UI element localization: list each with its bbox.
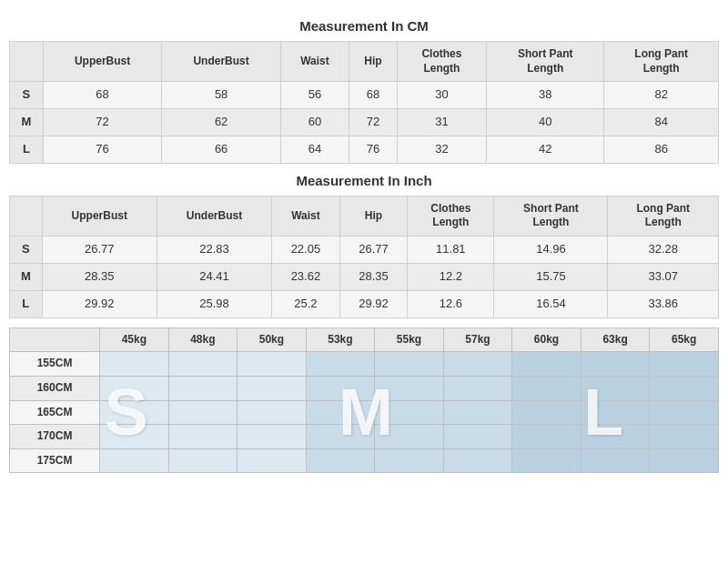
sg-cell bbox=[512, 400, 581, 425]
sg-cell bbox=[375, 376, 444, 400]
sg-cell bbox=[581, 376, 650, 400]
cm-table: UpperBustUnderBustWaistHipClothes Length… bbox=[9, 41, 719, 164]
cm-cell: 68 bbox=[349, 82, 398, 109]
inch-row-label: S bbox=[10, 237, 43, 264]
sg-body: 155CM160CM165CM170CM175CM bbox=[10, 352, 719, 473]
inch-col-header: UnderBust bbox=[157, 196, 271, 236]
cm-row: S68585668303882 bbox=[10, 82, 719, 109]
cm-section: Measurement In CM UpperBustUnderBustWais… bbox=[9, 18, 719, 164]
sg-col-header: 45kg bbox=[100, 327, 169, 352]
sg-col-header: 48kg bbox=[168, 327, 238, 352]
inch-table: UpperBustUnderBustWaistHipClothes Length… bbox=[9, 196, 719, 318]
cm-cell: 32 bbox=[397, 136, 486, 163]
cm-cell: 64 bbox=[280, 136, 349, 163]
sg-cell bbox=[650, 400, 719, 425]
inch-col-header bbox=[10, 196, 43, 236]
sg-cell bbox=[100, 376, 169, 400]
sg-row-label: 165CM bbox=[10, 400, 100, 425]
sg-cell bbox=[238, 448, 307, 473]
cm-cell: 86 bbox=[604, 136, 719, 163]
inch-cell: 26.77 bbox=[339, 237, 408, 264]
sg-cell bbox=[443, 352, 512, 377]
cm-cell: 31 bbox=[397, 109, 486, 136]
sg-cell bbox=[581, 448, 650, 473]
sg-row: 165CM bbox=[10, 400, 719, 425]
sg-cell bbox=[512, 448, 581, 473]
sg-col-header: 50kg bbox=[238, 327, 307, 352]
sg-header-row: 45kg48kg50kg53kg55kg57kg60kg63kg65kg bbox=[10, 327, 719, 352]
inch-col-header: UpperBust bbox=[42, 196, 157, 236]
cm-cell: 56 bbox=[280, 82, 349, 109]
sg-col-header: 65kg bbox=[650, 327, 719, 352]
sg-col-header: 57kg bbox=[443, 327, 512, 352]
inch-cell: 32.28 bbox=[608, 237, 719, 264]
sg-cell bbox=[238, 352, 307, 377]
inch-cell: 33.86 bbox=[608, 290, 719, 317]
sg-row: 160CM bbox=[10, 376, 719, 400]
sg-cell bbox=[306, 400, 375, 425]
cm-col-header: UpperBust bbox=[43, 42, 162, 82]
inch-cell: 25.2 bbox=[272, 290, 340, 317]
sg-cell bbox=[650, 425, 719, 449]
inch-cell: 24.41 bbox=[157, 263, 271, 290]
sg-cell bbox=[375, 448, 444, 473]
sg-cell bbox=[443, 400, 512, 425]
cm-row-label: M bbox=[10, 109, 44, 136]
cm-col-header: Long Pant Length bbox=[604, 42, 719, 82]
sg-col-header: 60kg bbox=[512, 327, 581, 352]
inch-cell: 25.98 bbox=[157, 290, 271, 317]
cm-col-header: Waist bbox=[280, 42, 349, 82]
sg-row: 175CM bbox=[10, 448, 719, 473]
inch-row-label: L bbox=[10, 290, 43, 317]
cm-cell: 72 bbox=[43, 109, 162, 136]
cm-cell: 82 bbox=[604, 82, 719, 109]
sg-row-label: 170CM bbox=[10, 425, 100, 449]
cm-col-header: UnderBust bbox=[162, 42, 281, 82]
inch-cell: 16.54 bbox=[494, 290, 608, 317]
inch-body: S26.7722.8322.0526.7711.8114.9632.28M28.… bbox=[10, 237, 719, 318]
sg-row-label: 160CM bbox=[10, 376, 100, 400]
inch-cell: 22.05 bbox=[272, 237, 340, 264]
sg-cell bbox=[100, 448, 169, 473]
inch-cell: 14.96 bbox=[494, 237, 608, 264]
sg-col-header bbox=[10, 327, 100, 352]
sg-cell bbox=[306, 425, 375, 449]
sg-cell bbox=[650, 448, 719, 473]
inch-cell: 26.77 bbox=[42, 237, 157, 264]
cm-cell: 76 bbox=[43, 136, 162, 163]
sg-cell bbox=[375, 400, 444, 425]
sg-cell bbox=[100, 352, 169, 377]
sg-cell bbox=[306, 448, 375, 473]
sg-row: 170CM bbox=[10, 425, 719, 449]
cm-cell: 30 bbox=[397, 82, 486, 109]
inch-row: M28.3524.4123.6228.3512.215.7533.07 bbox=[10, 263, 719, 290]
inch-cell: 33.07 bbox=[608, 263, 719, 290]
inch-row-label: M bbox=[10, 263, 43, 290]
inch-cell: 12.2 bbox=[408, 263, 494, 290]
sg-row-label: 175CM bbox=[10, 448, 100, 473]
cm-row: M72626072314084 bbox=[10, 109, 719, 136]
inch-col-header: Waist bbox=[272, 196, 340, 236]
inch-title: Measurement In Inch bbox=[9, 173, 719, 188]
inch-cell: 11.81 bbox=[408, 237, 494, 264]
cm-col-header bbox=[10, 42, 44, 82]
inch-cell: 28.35 bbox=[42, 263, 157, 290]
inch-cell: 29.92 bbox=[339, 290, 408, 317]
sg-col-header: 63kg bbox=[581, 327, 650, 352]
cm-cell: 72 bbox=[349, 109, 398, 136]
cm-cell: 76 bbox=[349, 136, 398, 163]
sg-cell bbox=[650, 376, 719, 400]
sg-cell bbox=[168, 376, 238, 400]
inch-section: Measurement In Inch UpperBustUnderBustWa… bbox=[9, 173, 719, 318]
cm-col-header: Clothes Length bbox=[397, 42, 486, 82]
cm-row-label: L bbox=[10, 136, 44, 163]
sg-cell bbox=[168, 352, 238, 377]
inch-cell: 15.75 bbox=[494, 263, 608, 290]
sg-cell bbox=[512, 376, 581, 400]
size-grid-wrapper: 45kg48kg50kg53kg55kg57kg60kg63kg65kg 155… bbox=[9, 327, 719, 474]
cm-cell: 62 bbox=[162, 109, 281, 136]
inch-cell: 29.92 bbox=[42, 290, 157, 317]
inch-cell: 23.62 bbox=[272, 263, 340, 290]
inch-cell: 22.83 bbox=[157, 237, 271, 264]
cm-col-header: Hip bbox=[349, 42, 398, 82]
